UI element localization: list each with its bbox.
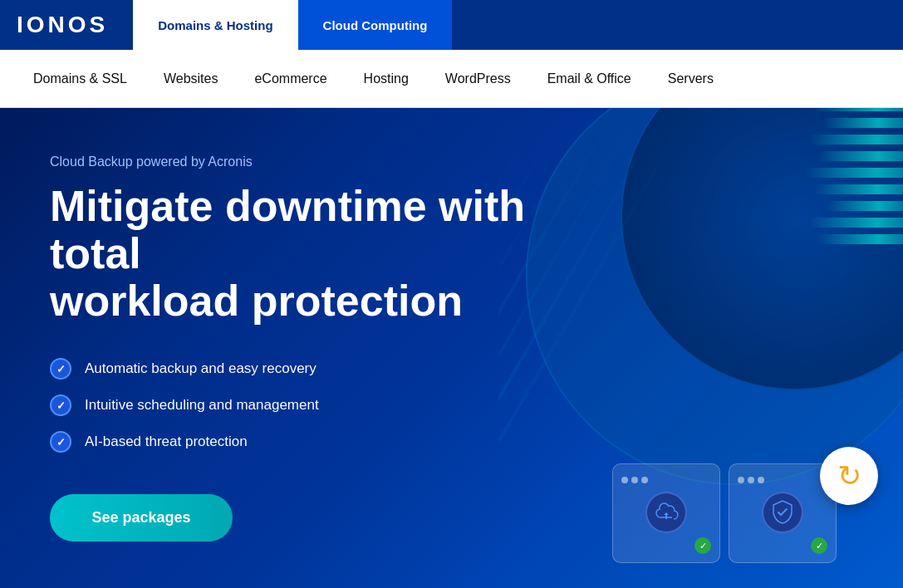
card-cloud-backup: ✓	[612, 463, 720, 563]
security-icon	[762, 492, 803, 533]
hero-content: Cloud Backup powered by Acronis Mitigate…	[50, 154, 590, 542]
feature-item-1: ✓ Automatic backup and easy recovery	[50, 358, 590, 380]
nav-hosting[interactable]: Hosting	[346, 50, 427, 107]
logo-text: IONOS	[17, 12, 108, 38]
feature-text-3: AI-based threat protection	[85, 434, 248, 450]
hero-title-line1: Mitigate downtime with total	[50, 182, 525, 277]
nav-websites[interactable]: Websites	[145, 50, 237, 107]
feature-text-2: Intuitive scheduling and management	[85, 397, 319, 414]
dot-3	[641, 477, 648, 483]
checkmark-icon-3: ✓	[50, 431, 71, 453]
checkmark-icon-2: ✓	[50, 394, 71, 416]
dot-2	[631, 477, 638, 483]
checkmark-icon-1: ✓	[50, 358, 71, 380]
refresh-circle: ↻	[820, 447, 878, 505]
hero-title: Mitigate downtime with total workload pr…	[50, 183, 590, 326]
feature-item-2: ✓ Intuitive scheduling and management	[50, 394, 590, 416]
feature-text-1: Automatic backup and easy recovery	[85, 360, 317, 377]
nav-email-office[interactable]: Email & Office	[529, 50, 650, 107]
dot-1	[621, 477, 628, 483]
server-visual	[802, 108, 903, 317]
refresh-icon: ↻	[837, 459, 861, 492]
card-check-2: ✓	[811, 537, 827, 554]
nav-servers[interactable]: Servers	[650, 50, 732, 107]
card-check-1: ✓	[694, 537, 711, 554]
top-nav-links: Domains & Hosting Cloud Computing	[133, 0, 452, 50]
nav-domains-ssl[interactable]: Domains & SSL	[33, 50, 145, 107]
logo: IONOS	[0, 0, 125, 50]
nav-domains-hosting[interactable]: Domains & Hosting	[133, 0, 297, 50]
hero-title-line2: workload protection	[50, 277, 463, 325]
nav-cloud-computing[interactable]: Cloud Computing	[298, 0, 453, 50]
dot-5	[748, 477, 754, 483]
card-dots-2	[738, 477, 764, 483]
second-nav: Domains & SSL Websites eCommerce Hosting…	[0, 50, 903, 108]
dot-4	[738, 477, 744, 483]
dot-6	[758, 477, 764, 483]
backup-cards: ✓ ✓	[612, 463, 837, 563]
hero-subtitle: Cloud Backup powered by Acronis	[50, 154, 590, 169]
features-list: ✓ Automatic backup and easy recovery ✓ I…	[50, 358, 590, 453]
hero-section: Cloud Backup powered by Acronis Mitigate…	[0, 108, 903, 588]
see-packages-button[interactable]: See packages	[50, 494, 233, 541]
nav-wordpress[interactable]: WordPress	[427, 50, 529, 107]
feature-item-3: ✓ AI-based threat protection	[50, 431, 590, 453]
card-dots-1	[621, 477, 648, 483]
top-nav: IONOS Domains & Hosting Cloud Computing	[0, 0, 903, 50]
nav-ecommerce[interactable]: eCommerce	[236, 50, 345, 107]
cloud-backup-icon	[645, 492, 687, 533]
